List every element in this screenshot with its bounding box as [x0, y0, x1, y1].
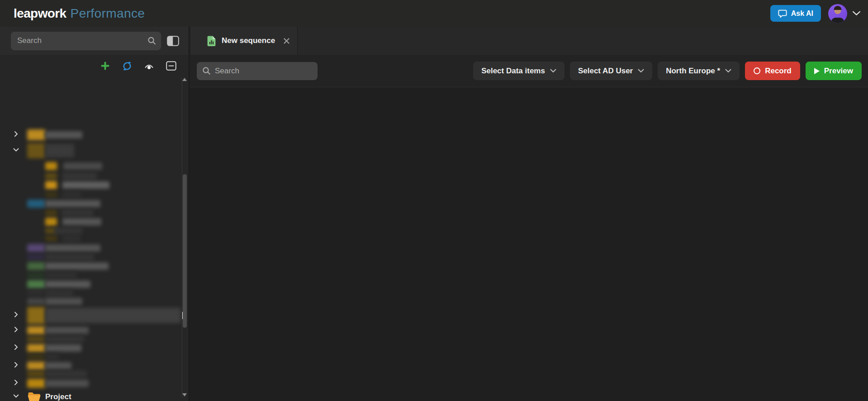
redacted-label — [62, 209, 93, 216]
tree-item-label: Project — [45, 392, 71, 401]
redacted-icon — [27, 290, 45, 296]
tree-item-redacted[interactable] — [0, 353, 183, 361]
tab-new-sequence[interactable]: New sequence — [190, 27, 298, 55]
chevron-down-icon[interactable] — [13, 392, 19, 401]
tree-item-redacted[interactable] — [0, 306, 183, 325]
redacted-icon — [27, 200, 45, 208]
redacted-icon — [45, 181, 57, 189]
refresh-icon[interactable] — [122, 61, 132, 71]
chevron-down-icon[interactable] — [852, 11, 861, 16]
select-data-items-dropdown[interactable]: Select Data items — [473, 62, 564, 80]
chevron-right-icon[interactable] — [13, 311, 19, 320]
asset-tree: Project New timeline New sequence — [0, 77, 189, 401]
tree-item-redacted[interactable] — [0, 172, 183, 181]
sequence-canvas[interactable] — [190, 88, 868, 401]
redacted-icon — [27, 272, 45, 278]
tree-item-redacted[interactable] — [0, 180, 183, 191]
tree-item-redacted[interactable] — [0, 343, 183, 353]
avatar[interactable] — [828, 4, 847, 23]
redacted-label — [45, 353, 59, 360]
tree-item-redacted[interactable] — [0, 216, 183, 227]
tree-item-redacted[interactable] — [0, 227, 183, 235]
tree-item-redacted[interactable] — [0, 377, 183, 389]
chevron-down-icon — [638, 69, 644, 73]
chevron-right-icon[interactable] — [13, 362, 19, 370]
tree-toolbar — [0, 55, 189, 77]
tree-item-project[interactable]: Project — [0, 389, 183, 401]
redacted-icon — [27, 298, 45, 305]
tree-item-redacted[interactable] — [0, 271, 183, 279]
chevron-down-icon[interactable] — [13, 147, 19, 155]
folder-open-icon — [27, 391, 41, 401]
chat-bubble-icon — [778, 9, 787, 18]
sidebar-search-input[interactable] — [11, 32, 161, 50]
collapse-all-icon[interactable] — [166, 61, 176, 71]
redacted-icon — [45, 210, 57, 215]
redacted-label — [62, 172, 97, 180]
redacted-label — [62, 218, 101, 225]
redacted-label — [45, 272, 77, 279]
tree-item-redacted[interactable] — [0, 261, 183, 272]
preview-button[interactable]: Preview — [806, 62, 862, 80]
tree-item-redacted[interactable] — [0, 198, 183, 209]
select-ad-user-dropdown[interactable]: Select AD User — [570, 62, 652, 80]
chevron-down-icon — [550, 69, 556, 73]
avatar-hair — [834, 6, 842, 10]
record-button[interactable]: Record — [745, 62, 800, 80]
environment-label: North Europe * — [666, 67, 720, 76]
chevron-right-icon[interactable] — [13, 344, 19, 353]
redacted-label — [45, 281, 90, 288]
tree-item-redacted[interactable] — [0, 279, 183, 290]
search-icon — [202, 67, 211, 75]
tree-item-redacted[interactable] — [0, 142, 183, 160]
tree-item-redacted[interactable] — [0, 370, 183, 378]
scroll-down-arrow[interactable] — [182, 393, 187, 396]
close-icon[interactable] — [283, 38, 290, 44]
tree-item-redacted[interactable] — [0, 209, 183, 217]
chevron-right-icon[interactable] — [13, 379, 19, 388]
redacted-icon — [27, 254, 45, 260]
app-logo: leapwork Performance — [14, 6, 145, 21]
redacted-icon — [27, 280, 45, 288]
ask-ai-button[interactable]: Ask AI — [770, 5, 821, 22]
ask-ai-label: Ask AI — [791, 10, 813, 18]
play-icon — [814, 68, 820, 74]
collapse-sidebar-icon[interactable] — [167, 36, 179, 46]
sidebar-search-band — [0, 27, 189, 55]
tree-item-redacted[interactable] — [0, 325, 183, 336]
redacted-icon — [45, 236, 57, 241]
scrollbar-thumb[interactable] — [183, 174, 187, 328]
chevron-right-icon[interactable] — [13, 326, 19, 335]
tree-item-redacted[interactable] — [0, 253, 183, 261]
tree-item-redacted[interactable] — [0, 243, 183, 253]
tree-item-redacted[interactable] — [0, 297, 183, 306]
toolbar-search-input[interactable] — [215, 67, 312, 76]
redacted-label — [62, 191, 81, 198]
redacted-icon — [45, 218, 57, 226]
redacted-label — [45, 380, 89, 387]
redacted-icon — [27, 379, 45, 388]
watch-icon[interactable] — [144, 62, 154, 70]
redacted-icon — [27, 326, 45, 334]
tree-item-redacted[interactable] — [0, 234, 183, 243]
tree-item-redacted[interactable] — [0, 161, 183, 172]
redacted-icon — [27, 244, 45, 252]
redacted-icon — [27, 354, 45, 359]
tree-item-redacted[interactable] — [0, 128, 183, 142]
preview-label: Preview — [824, 67, 853, 76]
redacted-icon — [27, 262, 45, 270]
redacted-label — [45, 244, 100, 252]
redacted-icon — [27, 371, 45, 377]
add-icon[interactable] — [100, 61, 110, 71]
select-data-items-label: Select Data items — [481, 67, 545, 76]
tree-item-redacted[interactable] — [0, 335, 183, 343]
tree-item-redacted[interactable] — [0, 289, 183, 297]
redacted-label — [45, 144, 74, 158]
chevron-right-icon[interactable] — [13, 131, 19, 139]
tree-item-redacted[interactable] — [0, 191, 183, 199]
environment-dropdown[interactable]: North Europe * — [658, 62, 740, 80]
search-icon — [147, 37, 156, 45]
toolbar-search — [197, 62, 318, 80]
record-label: Record — [765, 67, 792, 76]
scroll-up-arrow[interactable] — [182, 78, 187, 81]
